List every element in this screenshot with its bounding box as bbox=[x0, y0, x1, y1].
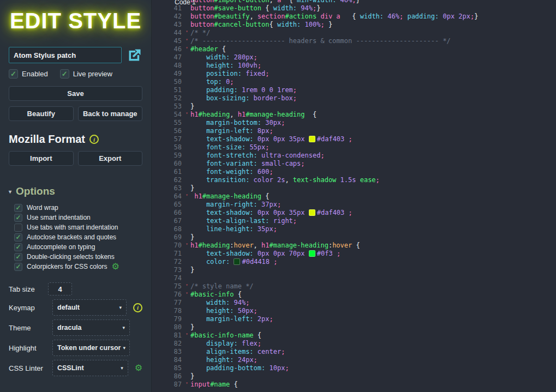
back-to-manage-button[interactable]: Back to manage bbox=[78, 106, 143, 121]
style-name-input[interactable] bbox=[9, 47, 122, 63]
code-line[interactable]: 68 line-height: 35px; bbox=[152, 225, 556, 233]
import-button[interactable]: Import bbox=[9, 151, 74, 166]
fold-arrow-icon[interactable]: ▾ bbox=[183, 242, 190, 250]
save-button[interactable]: Save bbox=[9, 86, 142, 101]
code-line[interactable]: 66 text-shadow: 0px 0px 35px #daf403 ; bbox=[152, 209, 556, 217]
checked-checkbox-icon[interactable]: ✓ bbox=[14, 214, 22, 222]
code-line[interactable]: 55 margin-bottom: 30px; bbox=[152, 119, 556, 127]
code-line[interactable]: 41button#save-button { width: 94%;} bbox=[152, 4, 556, 13]
option-double-clicking-selects-tokens[interactable]: ✓Double-clicking selects tokens bbox=[14, 252, 142, 262]
code-line[interactable]: 77 width: 94%; bbox=[152, 299, 556, 307]
checked-checkbox-icon[interactable]: ✓ bbox=[14, 243, 22, 251]
fold-arrow-icon[interactable]: ▾ bbox=[183, 192, 190, 201]
gear-icon[interactable]: ⚙ bbox=[135, 364, 142, 372]
checked-checkbox-icon[interactable]: ✓ bbox=[14, 204, 22, 212]
code-line[interactable]: 75▾/* style name */ bbox=[152, 282, 556, 291]
code-line[interactable]: 73} bbox=[152, 266, 556, 274]
code-line[interactable]: 86} bbox=[152, 372, 556, 381]
code-line[interactable]: 83 align-items: center; bbox=[152, 348, 556, 356]
code-line[interactable]: 46▾#header { bbox=[152, 45, 556, 53]
fold-arrow-icon[interactable]: ▾ bbox=[183, 381, 190, 389]
option-autocomplete-on-typing[interactable]: ✓Autocomplete on typing bbox=[14, 242, 142, 252]
code-line[interactable]: 87▾input#name { bbox=[152, 381, 556, 389]
export-button[interactable]: Export bbox=[78, 151, 143, 166]
beautify-button[interactable]: Beautify bbox=[9, 106, 74, 121]
code-line[interactable]: 48 height: 100vh; bbox=[152, 62, 556, 70]
token-val: 0px 0px 35px bbox=[254, 209, 309, 216]
code-line[interactable]: 80} bbox=[152, 323, 556, 331]
code-line[interactable]: 51 padding: 1rem 0 0 1rem; bbox=[152, 86, 556, 94]
color-swatch[interactable] bbox=[234, 258, 240, 265]
code-line[interactable]: 58 font-size: 55px; bbox=[152, 143, 556, 152]
code-line[interactable]: 79 margin-left: 2px; bbox=[152, 315, 556, 323]
options-header[interactable]: ▾ Options bbox=[9, 185, 142, 197]
fold-arrow-icon[interactable]: ▾ bbox=[183, 282, 190, 291]
code-line[interactable]: 72 color: #0d4418 ; bbox=[152, 258, 556, 266]
code-line[interactable]: 47 width: 280px; bbox=[152, 53, 556, 62]
code-line[interactable]: 74 bbox=[152, 274, 556, 282]
code-line[interactable]: 84 height: 24px; bbox=[152, 356, 556, 364]
code-line[interactable]: 63} bbox=[152, 184, 556, 192]
code-line[interactable]: 69} bbox=[152, 233, 556, 242]
fold-arrow-icon[interactable]: ▾ bbox=[183, 111, 190, 119]
fold-arrow-icon[interactable]: ▾ bbox=[183, 45, 190, 53]
info-icon[interactable]: i bbox=[133, 303, 142, 312]
checked-checkbox-icon[interactable]: ✓ bbox=[9, 69, 18, 79]
option-use-smart-indentation[interactable]: ✓Use smart indentation bbox=[14, 213, 142, 222]
code-line[interactable]: 45▾/* --------------------- headers & co… bbox=[152, 37, 556, 45]
code-line[interactable]: 76▾#basic-info { bbox=[152, 291, 556, 299]
checked-checkbox-icon[interactable]: ✓ bbox=[14, 263, 22, 271]
checkbox-live-preview[interactable]: ✓Live preview bbox=[60, 69, 112, 79]
fold-arrow-icon[interactable]: ▾ bbox=[183, 291, 190, 299]
option-colorpickers-for-css-colors[interactable]: ✓Colorpickers for CSS colors⚙ bbox=[14, 262, 142, 272]
checked-checkbox-icon[interactable]: ✓ bbox=[14, 233, 22, 242]
code-line[interactable]: 65 margin-right: 37px; bbox=[152, 201, 556, 209]
gear-icon[interactable]: ⚙ bbox=[111, 262, 119, 271]
unchecked-checkbox-icon[interactable] bbox=[14, 224, 22, 232]
checked-checkbox-icon[interactable]: ✓ bbox=[60, 69, 69, 79]
theme-select[interactable]: dracula▾ bbox=[52, 319, 130, 336]
token-id: #import-button bbox=[214, 0, 269, 4]
code-line[interactable]: 54▾h1#heading, h1#manage-heading { bbox=[152, 111, 556, 119]
color-swatch[interactable] bbox=[309, 209, 315, 216]
code-line[interactable]: 52 box-sizing: border-box; bbox=[152, 94, 556, 102]
color-swatch[interactable] bbox=[309, 136, 315, 142]
code-line[interactable]: 50 top: 0; bbox=[152, 78, 556, 86]
keymap-select[interactable]: default▾ bbox=[52, 299, 127, 316]
code-line[interactable]: 56 margin-left: 8px; bbox=[152, 127, 556, 135]
fold-arrow-icon[interactable]: ▾ bbox=[183, 29, 190, 37]
open-in-new-window-icon[interactable] bbox=[127, 47, 142, 63]
code-line[interactable]: 53} bbox=[152, 102, 556, 111]
code-line[interactable]: 62 transition: color 2s, text-shadow 1.5… bbox=[152, 176, 556, 184]
code-line[interactable]: 64▾ h1#manage-heading { bbox=[152, 192, 556, 201]
info-icon[interactable]: i bbox=[89, 135, 99, 144]
code-line[interactable]: 42button#beautify, section#actions div a… bbox=[152, 13, 556, 21]
code-line[interactable]: 81▾#basic-info-name { bbox=[152, 331, 556, 340]
fold-arrow-icon[interactable]: ▾ bbox=[183, 331, 190, 340]
code-line[interactable]: button#import-button, a { min-width: 46%… bbox=[152, 0, 556, 4]
code-line[interactable]: 85 padding-bottom: 10px; bbox=[152, 364, 556, 372]
color-swatch[interactable] bbox=[309, 250, 315, 257]
checked-checkbox-icon[interactable]: ✓ bbox=[14, 253, 22, 261]
code-line[interactable]: 67 text-align-last: right; bbox=[152, 217, 556, 225]
code-editor[interactable]: Code 1 button#import-button, a { min-wid… bbox=[152, 0, 556, 392]
code-line[interactable]: 43button#cancel-button{ width: 100%; } bbox=[152, 21, 556, 29]
tab-size-input[interactable]: 4 bbox=[48, 282, 72, 295]
code-line[interactable]: 49 position: fixed; bbox=[152, 70, 556, 78]
code-line[interactable]: 71 text-shadow: 0px 0px 70px #0f3 ; bbox=[152, 250, 556, 258]
code-line[interactable]: 70▾h1#heading:hover, h1#manage-heading:h… bbox=[152, 242, 556, 250]
fold-arrow-icon[interactable]: ▾ bbox=[183, 37, 190, 45]
css-linter-select[interactable]: CSSLint▾ bbox=[52, 360, 128, 376]
code-line[interactable]: 78 height: 50px; bbox=[152, 307, 556, 315]
code-line[interactable]: 82 display: flex; bbox=[152, 340, 556, 348]
code-line[interactable]: 59 font-stretch: ultra-condensed; bbox=[152, 152, 556, 160]
option-use-tabs-with-smart-indentation[interactable]: Use tabs with smart indentation bbox=[14, 222, 142, 232]
code-line[interactable]: 61 font-weight: 600; bbox=[152, 168, 556, 176]
option-word-wrap[interactable]: ✓Word wrap bbox=[14, 203, 142, 213]
option-autoclose-brackets-and-quotes[interactable]: ✓Autoclose brackets and quotes bbox=[14, 232, 142, 242]
code-line[interactable]: 60 font-variant: small-caps; bbox=[152, 160, 556, 168]
checkbox-enabled[interactable]: ✓Enabled bbox=[9, 69, 48, 79]
code-line[interactable]: 57 text-shadow: 0px 0px 35px #daf403 ; bbox=[152, 135, 556, 143]
code-line[interactable]: 44▾/* */ bbox=[152, 29, 556, 37]
highlight-select[interactable]: Token under cursor▾ bbox=[52, 340, 130, 356]
